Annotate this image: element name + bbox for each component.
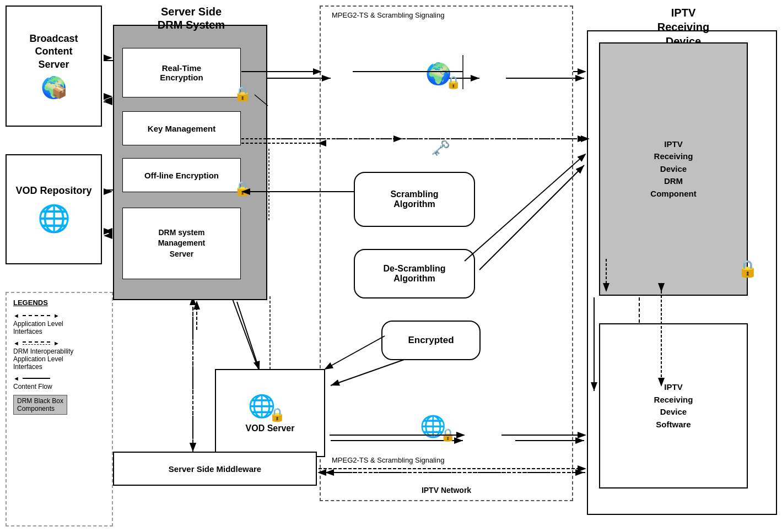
vod-repository-label: VOD Repository — [15, 185, 91, 197]
legend-app-label: Application LevelInterfaces — [13, 320, 105, 335]
key-management-box: Key Management — [122, 111, 241, 145]
legend-drm-label: DRM InteroperabilityApplication LevelInt… — [13, 348, 105, 371]
svg-line-44 — [237, 302, 259, 369]
broadcast-icon: 🌍📦 — [41, 75, 67, 100]
server-side-drm-outer: Server SideDRM System Real-TimeEncryptio… — [113, 25, 267, 300]
key-icon: 🗝️ — [431, 139, 450, 157]
server-side-middleware-box: Server Side Middleware — [113, 452, 317, 486]
mpeg2-ts-top-label: MPEG2-TS & Scrambling Signaling — [332, 11, 444, 19]
real-time-encryption-label: Real-TimeEncryption — [160, 63, 203, 82]
globe-lock-bottom: 🌐🔒 — [420, 414, 461, 438]
vod-repository-icon: 🌐 — [37, 203, 71, 234]
offline-encryption-box: Off-line Encryption 🔒 — [122, 158, 241, 192]
legend-drm-box: DRM Black BoxComponents — [13, 395, 105, 415]
iptv-device-software-label: IPTVReceivingDeviceSoftware — [654, 381, 693, 431]
scrambling-algorithm-label: ScramblingAlgorithm — [390, 189, 438, 209]
iptv-drm-lock-icon: 🔒 — [737, 259, 758, 278]
legend-content-flow: ◄ Content Flow — [13, 375, 105, 390]
mpeg2-ts-bottom-label: MPEG2-TS & Scrambling Signaling — [332, 456, 444, 464]
server-side-middleware-label: Server Side Middleware — [169, 464, 261, 474]
legend-content-label: Content Flow — [13, 383, 105, 390]
real-time-encryption-box: Real-TimeEncryption 🔒 — [122, 48, 241, 97]
iptv-drm-component-label: IPTVReceivingDeviceDRMComponent — [650, 138, 696, 200]
broadcast-content-server-label: BroadcastContentServer — [29, 32, 78, 71]
offline-lock-icon: 🔒 — [234, 180, 251, 197]
real-time-lock-icon: 🔒 — [234, 85, 251, 102]
key-management-label: Key Management — [148, 124, 215, 133]
server-side-drm-title: Server SideDRM System — [114, 5, 268, 31]
legends-box: LEGENDS ◄ ► Application LevelInterfaces … — [6, 292, 113, 526]
legends-title: LEGENDS — [13, 298, 105, 307]
legend-app-level: ◄ ► Application LevelInterfaces — [13, 312, 105, 335]
iptv-network-region: MPEG2-TS & Scrambling Signaling 🌍🔒 🗝️ Sc… — [320, 6, 573, 501]
encrypted-label: Encrypted — [408, 335, 454, 346]
drm-management-server-label: DRM systemManagementServer — [158, 227, 206, 260]
vod-server-icon: 🌐🔒 — [248, 393, 292, 419]
globe-lock-top: 🌍🔒 — [425, 62, 466, 86]
vod-server-label: VOD Server — [246, 424, 295, 433]
broadcast-content-server-box: BroadcastContentServer 🌍📦 — [6, 6, 102, 127]
descrambling-algorithm-box: De-ScramblingAlgorithm — [354, 249, 475, 298]
iptv-receiving-device-border: IPTVReceivingDeviceDRMComponent 🔒 IPTVRe… — [587, 30, 777, 515]
iptv-network-label: IPTV Network — [422, 486, 471, 495]
encrypted-box: Encrypted — [381, 321, 481, 360]
drm-management-server-box: DRM systemManagementServer — [122, 208, 241, 279]
descrambling-algorithm-label: De-ScramblingAlgorithm — [384, 264, 446, 284]
iptv-device-software-box: IPTVReceivingDeviceSoftware — [599, 323, 748, 488]
scrambling-algorithm-box: ScramblingAlgorithm — [354, 172, 475, 227]
vod-repository-box: VOD Repository 🌐 — [6, 154, 102, 264]
iptv-drm-component-box: IPTVReceivingDeviceDRMComponent 🔒 — [599, 42, 748, 296]
legend-drm-interop: ◄ ► DRM InteroperabilityApplication Leve… — [13, 340, 105, 371]
offline-encryption-label: Off-line Encryption — [144, 171, 219, 180]
vod-server-box: 🌐🔒 VOD Server — [215, 369, 325, 457]
